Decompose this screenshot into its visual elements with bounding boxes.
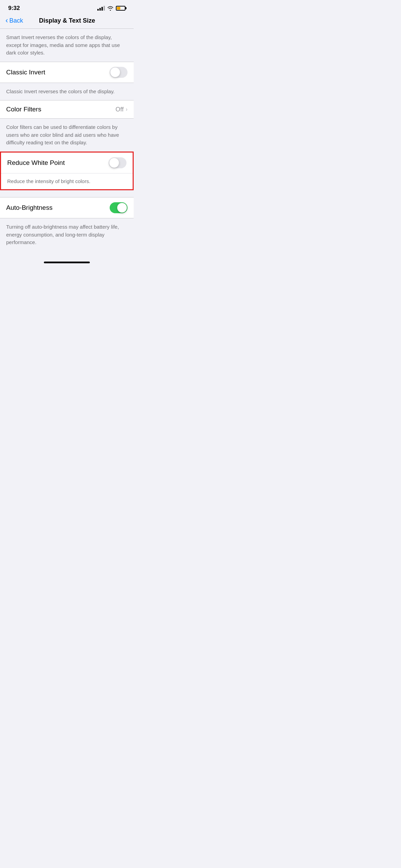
auto-brightness-group: Auto-Brightness bbox=[0, 197, 134, 218]
color-filters-right: Off › bbox=[116, 106, 127, 113]
nav-bar: ‹ Back Display & Text Size bbox=[0, 14, 134, 29]
wifi-icon bbox=[107, 6, 113, 11]
classic-invert-row: Classic Invert bbox=[0, 62, 134, 83]
signal-icon bbox=[97, 6, 105, 11]
auto-brightness-label: Auto-Brightness bbox=[6, 204, 52, 212]
classic-invert-toggle[interactable] bbox=[110, 67, 127, 78]
color-filters-group: Color Filters Off › bbox=[0, 100, 134, 119]
reduce-white-point-toggle-knob bbox=[109, 158, 119, 168]
home-indicator bbox=[0, 258, 134, 266]
color-filters-row[interactable]: Color Filters Off › bbox=[0, 100, 134, 118]
classic-invert-toggle-knob bbox=[110, 68, 120, 77]
reduce-white-point-row: Reduce White Point bbox=[1, 153, 133, 173]
auto-brightness-description: Turning off auto-brightness may affect b… bbox=[0, 218, 134, 251]
status-icons bbox=[97, 6, 125, 11]
auto-brightness-row: Auto-Brightness bbox=[0, 197, 134, 218]
reduce-white-point-label: Reduce White Point bbox=[7, 159, 65, 167]
color-filters-value: Off bbox=[116, 106, 124, 113]
reduce-white-point-section: Reduce White Point Reduce the intensity … bbox=[0, 152, 134, 191]
home-bar bbox=[44, 262, 90, 263]
color-filters-chevron-icon: › bbox=[126, 106, 127, 112]
color-filters-label: Color Filters bbox=[6, 106, 41, 113]
classic-invert-description: Classic Invert reverses the colors of th… bbox=[0, 83, 134, 100]
settings-content: Smart Invert reverses the colors of the … bbox=[0, 29, 134, 251]
smart-invert-description: Smart Invert reverses the colors of the … bbox=[0, 29, 134, 62]
color-filters-description: Color filters can be used to differentia… bbox=[0, 119, 134, 152]
reduce-white-point-toggle[interactable] bbox=[109, 157, 126, 168]
battery-icon bbox=[116, 6, 125, 11]
status-time: 9:32 bbox=[8, 5, 20, 12]
reduce-white-point-description: Reduce the intensity of bright colors. bbox=[1, 173, 133, 190]
battery-fill bbox=[117, 7, 120, 10]
page-title: Display & Text Size bbox=[6, 17, 128, 24]
auto-brightness-toggle[interactable] bbox=[110, 202, 127, 213]
classic-invert-group: Classic Invert bbox=[0, 62, 134, 83]
auto-brightness-toggle-knob bbox=[117, 203, 127, 213]
classic-invert-label: Classic Invert bbox=[6, 69, 45, 76]
status-bar: 9:32 bbox=[0, 0, 134, 14]
